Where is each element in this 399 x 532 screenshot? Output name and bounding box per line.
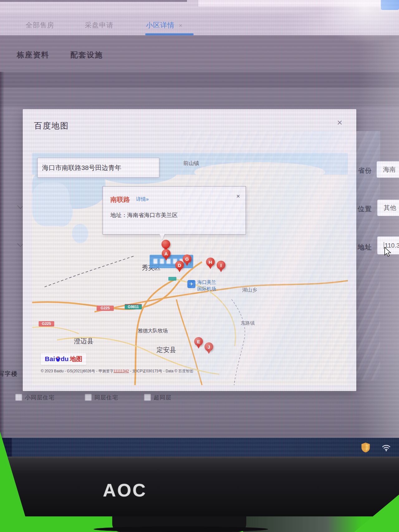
background-band-mid (0, 88, 399, 106)
wifi-icon[interactable] (382, 444, 391, 452)
checkbox-super-floor[interactable] (144, 394, 151, 401)
province-select[interactable]: 海南 (377, 161, 399, 178)
copyright-license-number: 11111342 (113, 369, 129, 373)
map-search-value: 海口市南联路38号田边青年 (42, 163, 121, 172)
office-building-label: 写字楼 (0, 370, 18, 378)
subnav-building-info[interactable]: 栋座资料 (17, 50, 49, 60)
checkbox-label[interactable]: 小同层住宅 (25, 394, 55, 401)
tab-community-detail[interactable]: 小区详情× (146, 21, 183, 30)
town-label-hushanxiang: 湖山乡 (242, 287, 257, 293)
baidu-logo-du: du (61, 355, 69, 363)
map-pin-J[interactable]: J (204, 342, 213, 351)
tab-community-detail-label: 小区详情 (146, 21, 175, 29)
photo-of-monitor: 全部售房 采盘申请 小区详情× 栋座资料 配套设施 省份 海南 位置 其他 地址… (0, 0, 399, 532)
road-badge-small (168, 277, 176, 281)
map-search-input[interactable]: 海口市南联路38号田边青年 (37, 158, 159, 177)
town-label-dongluzhen: 东路镇 (241, 320, 255, 326)
dialog-title: 百度地图 (34, 120, 69, 131)
airport-label-line1: 海口美兰 (197, 279, 216, 285)
info-window-close-icon[interactable]: × (236, 193, 240, 200)
province-value: 海南 (383, 165, 396, 174)
baidu-logo-map-text: 地图 (70, 355, 82, 363)
map-copyright: © 2023 Baidu - GS(2021)6026号 - 甲测资字11111… (41, 369, 193, 374)
checkbox-small-same-floor[interactable] (15, 394, 22, 401)
airport-icon: ✈ (187, 280, 195, 288)
tab-all-listings[interactable]: 全部售房 (26, 21, 54, 30)
baidu-logo-bai: Bai (45, 355, 55, 363)
poi-label-yade-farm: 雅德大队牧场 (138, 328, 168, 334)
mouse-cursor (384, 247, 392, 258)
security-shield-icon[interactable] (361, 442, 370, 453)
map-info-window: 南联路 详情» × 地址：海南省海口市美兰区 (103, 186, 246, 235)
info-window-stem (159, 234, 165, 240)
tab-bar (0, 14, 399, 35)
screen: 全部售房 采盘申请 小区详情× 栋座资料 配套设施 省份 海南 位置 其他 地址… (0, 0, 399, 458)
top-search-input[interactable] (198, 0, 381, 7)
info-window-title: 南联路 (110, 195, 130, 204)
county-label-chengmaixian: 澄迈县 (74, 337, 94, 346)
baidu-map-dialog: 百度地图 × (23, 109, 356, 391)
info-window-address: 地址：海南省海口市美兰区 (110, 211, 178, 219)
town-label-qianshanzhen: 前山镇 (183, 160, 199, 167)
checkbox-label[interactable]: 超同层 (154, 394, 171, 401)
location-label: 位置 (358, 205, 372, 213)
map-pin-I[interactable]: I (217, 261, 225, 269)
map-pin-D[interactable]: D (175, 261, 184, 269)
airport-label-line2: 国际机场 (197, 285, 216, 292)
road-badge-g9811: G9811 (125, 304, 142, 309)
copyright-prefix: © 2023 Baidu - GS(2021)6026号 - 甲测资字 (41, 369, 113, 373)
monitor-stand-base (94, 526, 268, 532)
location-select[interactable]: 其他 (377, 200, 399, 216)
map-pin-E[interactable]: E (194, 337, 203, 346)
windows-taskbar[interactable] (0, 438, 399, 457)
dialog-close-icon[interactable]: × (337, 118, 343, 127)
monitor-brand-logo: AOC (103, 480, 147, 501)
map-pin-A[interactable]: A (162, 249, 171, 258)
monitor-bezel (0, 457, 399, 516)
road-badge-g225-2: G225 (39, 321, 54, 326)
map-pin-H[interactable]: H (206, 258, 215, 266)
screen-top-shade (0, 0, 187, 2)
location-value: 其他 (384, 204, 396, 212)
county-label-dinganxian: 定安县 (156, 346, 176, 354)
baidu-paw-icon (55, 356, 60, 362)
top-primary-button[interactable] (381, 0, 399, 10)
checkbox-label[interactable]: 同层住宅 (94, 394, 118, 401)
subnav-facilities[interactable]: 配套设施 (70, 50, 103, 60)
copyright-suffix: - 京ICP证030173号 - Data © 百度智图 (129, 369, 193, 373)
tab-caipan-apply[interactable]: 采盘申请 (85, 21, 113, 30)
info-window-detail-link[interactable]: 详情» (136, 196, 149, 203)
baidu-maps-logo[interactable]: Bai du 地图 (41, 353, 86, 365)
screen-left-shade (0, 72, 4, 440)
subnav-band (0, 35, 399, 72)
map-pin-G[interactable]: G (183, 254, 191, 263)
province-label: 省份 (358, 166, 372, 175)
checkbox-same-floor[interactable] (85, 394, 92, 401)
road-badge-g225: G225 (97, 306, 114, 311)
tab-close-icon[interactable]: × (179, 22, 183, 29)
map-canvas[interactable]: 前山镇 秀英区 湖山乡 东路镇 澄迈县 雅德大队牧场 定安县 ✈ 海口美兰 国际… (32, 153, 348, 385)
background-band-dark (0, 72, 399, 88)
address-label: 地址 (358, 243, 372, 252)
map-pin-main[interactable] (161, 240, 170, 249)
